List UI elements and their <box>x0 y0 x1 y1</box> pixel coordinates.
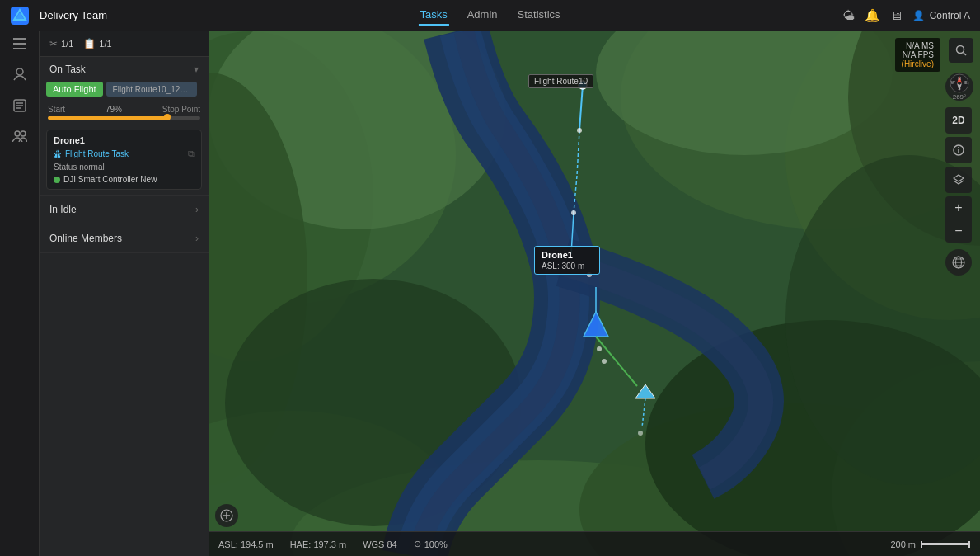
user-icon: 👤 <box>912 10 925 21</box>
task-icon: 📋 <box>83 38 96 49</box>
route-task-icon: 🛣 <box>54 149 62 158</box>
route-tab: Flight Route10_12–19 ... <box>106 82 197 97</box>
svg-point-33 <box>577 128 582 133</box>
map-layers-button[interactable] <box>945 167 972 193</box>
svg-rect-2 <box>13 38 26 40</box>
nav-links: Tasks Admin Statistics <box>418 5 561 26</box>
wgs-stat: WGS 84 <box>363 540 397 549</box>
nav-logo <box>0 7 40 25</box>
sidebar-icon-user[interactable] <box>13 68 26 84</box>
copy-icon[interactable]: ⧉ <box>188 148 195 159</box>
app-title: Delivery Team <box>40 9 107 21</box>
svg-point-5 <box>16 68 23 75</box>
app-logo-icon <box>11 7 29 25</box>
progress-bar-container <box>48 116 200 120</box>
map-search-button[interactable] <box>949 38 973 63</box>
panel-stats: ✂ 1/1 📋 1/1 <box>40 31 209 57</box>
left-sidebar <box>0 31 40 556</box>
sidebar-icon-tasks[interactable] <box>13 99 26 115</box>
zoom-controls: + − <box>945 196 973 243</box>
weather-icon[interactable]: 🌤 <box>842 8 855 22</box>
top-nav: Delivery Team Tasks Admin Statistics 🌤 🔔… <box>0 0 980 31</box>
map-add-button[interactable] <box>215 504 238 527</box>
auto-flight-tab[interactable]: Auto Flight <box>46 82 103 97</box>
zoom-in-button[interactable]: + <box>945 196 972 219</box>
hud-overlay: N/A MS N/A FPS (Hirclive) <box>895 38 940 72</box>
hud-fps: N/A FPS <box>902 50 934 59</box>
sidebar-icon-team[interactable] <box>12 130 27 145</box>
stat-cut: ✂ 1/1 <box>49 38 73 49</box>
asl-label: ASL: 194.5 m <box>218 540 274 549</box>
svg-line-45 <box>964 53 967 56</box>
svg-point-55 <box>958 147 959 148</box>
svg-point-40 <box>638 431 643 436</box>
svg-marker-56 <box>954 175 964 181</box>
hae-label: HAE: 197.3 m <box>290 540 346 549</box>
view-2d-button[interactable]: 2D <box>945 107 972 134</box>
flight-tabs: Auto Flight Flight Route10_12–19 ... <box>40 82 209 101</box>
progress-section: Start 79% Stop Point <box>40 101 209 126</box>
progress-value: 79% <box>106 105 122 114</box>
stat-cut-value: 1/1 <box>61 39 73 49</box>
flight-route-label: Flight Route10 <box>528 74 593 88</box>
progress-labels: Start 79% Stop Point <box>48 105 200 114</box>
wgs-label: WGS 84 <box>363 540 397 549</box>
user-label: Control A <box>930 10 970 21</box>
globe-button[interactable] <box>945 249 972 276</box>
hud-status: (Hirclive) <box>902 59 934 68</box>
online-members-title: Online Members <box>49 233 122 244</box>
scale-label: 200 m <box>890 540 916 549</box>
zoom-stat: ⊙ 100% <box>414 539 448 549</box>
scale-indicator: 200 m <box>890 540 970 549</box>
compass-degrees: 269° <box>953 93 967 101</box>
user-menu[interactable]: 👤 Control A <box>912 10 970 21</box>
map-controls: N S W E 269° 2D + − <box>945 73 973 276</box>
progress-bar-fill <box>48 116 168 120</box>
sidebar-icon-menu[interactable] <box>13 38 26 53</box>
bottom-status-bar: ASL: 194.5 m HAE: 197.3 m WGS 84 ⊙ 100% … <box>209 531 980 556</box>
stat-task-value: 1/1 <box>99 39 111 49</box>
drone-task-label: 🛣 Flight Route Task <box>54 149 129 158</box>
controller-name: DJI Smart Controller New <box>63 175 157 184</box>
progress-start-label: Start <box>48 105 65 114</box>
map-info-button[interactable] <box>945 137 972 163</box>
svg-point-11 <box>21 131 26 136</box>
asl-stat: ASL: 194.5 m <box>218 540 274 549</box>
online-members-header[interactable]: Online Members › <box>40 224 209 252</box>
tooltip-asl: ASL: 300 m <box>542 262 593 271</box>
svg-point-34 <box>571 210 576 215</box>
in-idle-title: In Idle <box>49 204 77 215</box>
nav-tasks[interactable]: Tasks <box>418 5 448 26</box>
in-idle-expand-icon: › <box>195 204 199 215</box>
on-task-title: On Task <box>49 64 86 75</box>
nav-right: 🌤 🔔 🖥 👤 Control A <box>842 8 980 23</box>
bell-icon[interactable]: 🔔 <box>865 8 880 23</box>
svg-point-44 <box>957 46 964 54</box>
in-idle-section: In Idle › <box>40 196 209 224</box>
in-idle-header[interactable]: In Idle › <box>40 196 209 224</box>
on-task-header[interactable]: On Task ▾ <box>40 57 209 82</box>
svg-point-42 <box>597 346 602 351</box>
drone-status: Status normal <box>54 163 195 172</box>
tooltip-drone-name: Drone1 <box>542 250 593 260</box>
svg-point-43 <box>602 359 607 364</box>
compass-button[interactable]: N S W E 269° <box>945 73 973 101</box>
monitor-icon[interactable]: 🖥 <box>890 8 903 22</box>
cut-icon: ✂ <box>49 38 58 49</box>
zoom-icon: ⊙ <box>414 539 421 549</box>
nav-admin[interactable]: Admin <box>466 5 499 26</box>
zoom-value: 100% <box>424 540 448 549</box>
drone-name: Drone1 <box>54 135 195 145</box>
drone-card: Drone1 🛣 Flight Route Task ⧉ Status norm… <box>46 130 202 190</box>
nav-statistics[interactable]: Statistics <box>516 5 562 26</box>
online-members-expand-icon: › <box>195 233 199 244</box>
drone-controller: DJI Smart Controller New <box>54 175 195 184</box>
progress-stop-label: Stop Point <box>162 105 200 114</box>
on-task-expand-icon: ▾ <box>194 64 199 75</box>
side-panel: ✂ 1/1 📋 1/1 On Task ▾ Auto Flight Flight… <box>40 31 209 556</box>
svg-text:N: N <box>958 76 961 81</box>
hud-ms: N/A MS <box>902 41 934 50</box>
drone-task-row: 🛣 Flight Route Task ⧉ <box>54 148 195 159</box>
zoom-out-button[interactable]: − <box>945 219 972 243</box>
map-area[interactable]: N/A MS N/A FPS (Hirclive) Flight Route10… <box>209 31 980 556</box>
